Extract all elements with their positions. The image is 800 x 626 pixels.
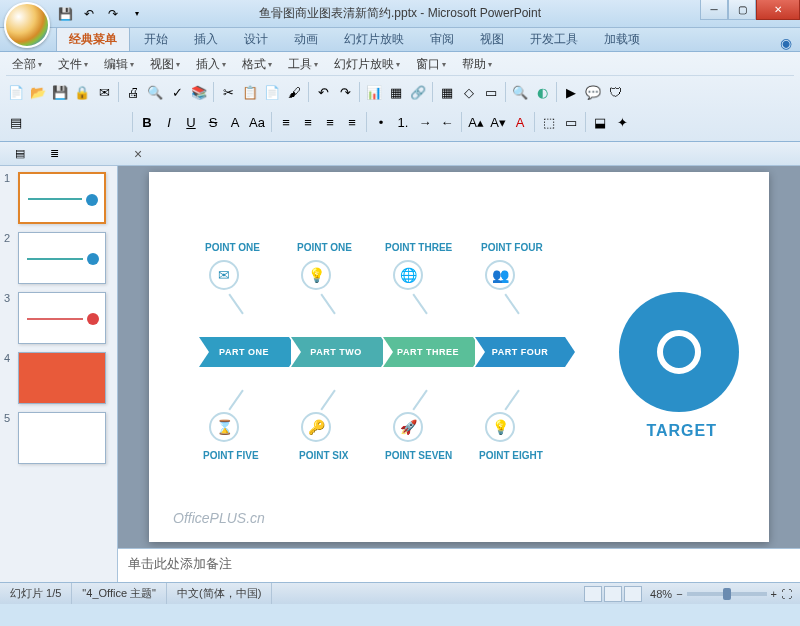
zoom-slider[interactable] — [687, 592, 767, 596]
spellcheck-icon[interactable]: ✓ — [167, 82, 187, 102]
align-left-icon[interactable]: ≡ — [276, 112, 296, 132]
menu-format[interactable]: 格式▾ — [236, 54, 278, 75]
slides-tab-icon[interactable]: ▤ — [6, 145, 34, 163]
save-button[interactable]: 💾 — [56, 5, 74, 23]
align-right-icon[interactable]: ≡ — [320, 112, 340, 132]
menu-window[interactable]: 窗口▾ — [410, 54, 452, 75]
sorter-view-button[interactable] — [604, 586, 622, 602]
comment-icon[interactable]: 💬 — [583, 82, 603, 102]
thumbnail-3[interactable]: 3 — [4, 292, 113, 344]
menu-help[interactable]: 帮助▾ — [456, 54, 498, 75]
menu-all[interactable]: 全部▾ — [6, 54, 48, 75]
slideshow-icon[interactable]: ▶ — [561, 82, 581, 102]
font-size-down-icon[interactable]: A▾ — [488, 112, 508, 132]
notes-pane[interactable]: 单击此处添加备注 — [118, 548, 800, 582]
tab-slideshow[interactable]: 幻灯片放映 — [332, 27, 416, 51]
bold-button[interactable]: B — [137, 112, 157, 132]
chart-icon[interactable]: 📊 — [364, 82, 384, 102]
hyperlink-icon[interactable]: 🔗 — [408, 82, 428, 102]
redo-icon[interactable]: ↷ — [335, 82, 355, 102]
thumbnail-1[interactable]: 1 — [4, 172, 113, 224]
shapes-icon[interactable]: ◇ — [459, 82, 479, 102]
decrease-indent-icon[interactable]: ← — [437, 112, 457, 132]
font-size-up-icon[interactable]: A▴ — [466, 112, 486, 132]
target-label: TARGET — [646, 422, 717, 440]
underline-button[interactable]: U — [181, 112, 201, 132]
tab-addins[interactable]: 加载项 — [592, 27, 652, 51]
italic-button[interactable]: I — [159, 112, 179, 132]
font-color-icon[interactable]: A — [510, 112, 530, 132]
undo-icon[interactable]: ↶ — [313, 82, 333, 102]
tab-review[interactable]: 审阅 — [418, 27, 466, 51]
quick-styles-icon[interactable]: ✦ — [612, 112, 632, 132]
tab-developer[interactable]: 开发工具 — [518, 27, 590, 51]
tab-animation[interactable]: 动画 — [282, 27, 330, 51]
tab-design[interactable]: 设计 — [232, 27, 280, 51]
zoom-level[interactable]: 48% — [650, 588, 672, 600]
maximize-button[interactable]: ▢ — [728, 0, 756, 20]
thumbnail-5[interactable]: 5 — [4, 412, 113, 464]
numbering-icon[interactable]: 1. — [393, 112, 413, 132]
menu-slideshow[interactable]: 幻灯片放映▾ — [328, 54, 406, 75]
bullets-icon[interactable]: • — [371, 112, 391, 132]
justify-icon[interactable]: ≡ — [342, 112, 362, 132]
language-indicator[interactable]: 中文(简体，中国) — [167, 583, 272, 604]
cut-icon[interactable]: ✂ — [218, 82, 238, 102]
menu-view[interactable]: 视图▾ — [144, 54, 186, 75]
zoom-out-button[interactable]: − — [676, 588, 682, 600]
thumbnail-2[interactable]: 2 — [4, 232, 113, 284]
fit-window-button[interactable]: ⛶ — [781, 588, 792, 600]
zoom-icon[interactable]: 🔍 — [510, 82, 530, 102]
change-case-button[interactable]: Aa — [247, 112, 267, 132]
tab-insert[interactable]: 插入 — [182, 27, 230, 51]
qat-dropdown[interactable]: ▾ — [128, 5, 146, 23]
copy-icon[interactable]: 📋 — [240, 82, 260, 102]
research-icon[interactable]: 📚 — [189, 82, 209, 102]
increase-indent-icon[interactable]: → — [415, 112, 435, 132]
new-slide-icon[interactable]: ▭ — [561, 112, 581, 132]
preview-icon[interactable]: 🔍 — [145, 82, 165, 102]
slide-area: POINT ONE POINT ONE POINT THREE POINT FO… — [118, 166, 800, 582]
table-icon[interactable]: ▦ — [386, 82, 406, 102]
paste-icon[interactable]: 📄 — [262, 82, 282, 102]
tab-view[interactable]: 视图 — [468, 27, 516, 51]
thumbnail-4[interactable]: 4 — [4, 352, 113, 404]
design-icon[interactable]: ⬚ — [539, 112, 559, 132]
tab-classic-menu[interactable]: 经典菜单 — [56, 26, 130, 51]
print-icon[interactable]: 🖨 — [123, 82, 143, 102]
help-icon[interactable]: ◉ — [780, 35, 792, 51]
close-panel-icon[interactable]: × — [134, 146, 142, 162]
format-painter-icon[interactable]: 🖌 — [284, 82, 304, 102]
strikethrough-button[interactable]: S — [203, 112, 223, 132]
color-icon[interactable]: ◐ — [532, 82, 552, 102]
permissions-icon[interactable]: 🔒 — [72, 82, 92, 102]
email-icon[interactable]: ✉ — [94, 82, 114, 102]
office-button[interactable] — [4, 2, 50, 48]
align-center-icon[interactable]: ≡ — [298, 112, 318, 132]
menu-tools[interactable]: 工具▾ — [282, 54, 324, 75]
redo-button[interactable]: ↷ — [104, 5, 122, 23]
close-button[interactable]: ✕ — [756, 0, 800, 20]
menu-edit[interactable]: 编辑▾ — [98, 54, 140, 75]
tab-home[interactable]: 开始 — [132, 27, 180, 51]
text-box-icon[interactable]: ▭ — [481, 82, 501, 102]
slide[interactable]: POINT ONE POINT ONE POINT THREE POINT FO… — [149, 172, 769, 542]
open-icon[interactable]: 📂 — [28, 82, 48, 102]
tables-group-icon[interactable]: ▦ — [437, 82, 457, 102]
envelope-icon: ✉ — [209, 260, 239, 290]
zoom-in-button[interactable]: + — [771, 588, 777, 600]
slideshow-view-button[interactable] — [624, 586, 642, 602]
protect-icon[interactable]: 🛡 — [605, 82, 625, 102]
undo-button[interactable]: ↶ — [80, 5, 98, 23]
menu-file[interactable]: 文件▾ — [52, 54, 94, 75]
minimize-button[interactable]: ─ — [700, 0, 728, 20]
save-icon[interactable]: 💾 — [50, 82, 70, 102]
new-icon[interactable]: 📄 — [6, 82, 26, 102]
layout-icon[interactable]: ▤ — [6, 112, 26, 132]
normal-view-button[interactable] — [584, 586, 602, 602]
menu-insert[interactable]: 插入▾ — [190, 54, 232, 75]
arrange-icon[interactable]: ⬓ — [590, 112, 610, 132]
outline-tab-icon[interactable]: ≣ — [40, 145, 68, 163]
shadow-button[interactable]: A — [225, 112, 245, 132]
slide-canvas[interactable]: POINT ONE POINT ONE POINT THREE POINT FO… — [118, 166, 800, 548]
